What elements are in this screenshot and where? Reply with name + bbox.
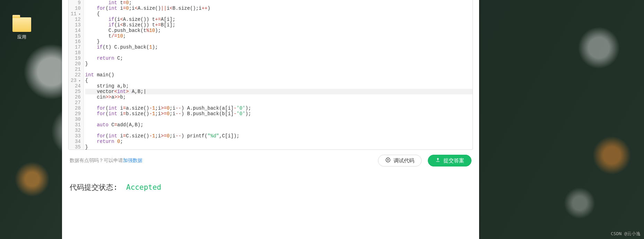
code-line[interactable]: auto C=add(A,B); — [85, 122, 473, 128]
code-line[interactable]: int main() — [85, 72, 473, 78]
desktop-folder-app[interactable]: 应用 — [10, 17, 34, 40]
code-line[interactable]: for(int i=0;i<A.size()||i<B.size();i++) — [85, 6, 473, 11]
line-number: 24 — [71, 83, 81, 89]
editor-footer-row: 数据有点弱吗？可以申请加强数据 调试代码 提交答案 — [62, 150, 479, 170]
line-number: 14 — [71, 28, 81, 33]
code-line[interactable]: string a,b; — [85, 83, 473, 89]
submission-status: 代码提交状态: Accepted — [62, 170, 479, 192]
line-number: 35 — [71, 144, 81, 150]
code-line[interactable] — [85, 128, 473, 133]
line-number: 31 — [71, 122, 81, 128]
code-line[interactable] — [85, 67, 473, 72]
line-number: 25 — [71, 89, 81, 94]
editor-gutter: 9101112131415161718192021222324252627282… — [69, 0, 84, 150]
code-line[interactable]: for(int i=a.size()-1;i>=0;i--) A.push_ba… — [85, 105, 473, 111]
action-buttons: 调试代码 提交答案 — [378, 155, 471, 167]
code-line[interactable]: } — [85, 144, 473, 150]
line-number: 27 — [71, 100, 81, 105]
code-line[interactable]: { — [85, 78, 473, 83]
code-line[interactable]: int t=0; — [85, 0, 473, 6]
weak-data-prefix: 数据有点弱吗？可以申请 — [70, 157, 123, 163]
submit-button[interactable]: 提交答案 — [428, 155, 471, 167]
line-number: 28 — [71, 105, 81, 111]
line-number: 22 — [71, 72, 81, 78]
debug-button-label: 调试代码 — [394, 157, 414, 164]
code-line[interactable]: if(t) C.push_back(1); — [85, 44, 473, 50]
code-line[interactable]: vector<int> A,B;| — [85, 89, 473, 94]
main-card: 9101112131415161718192021222324252627282… — [62, 0, 479, 239]
line-number: 11 — [71, 11, 81, 17]
line-number: 17 — [71, 44, 81, 50]
line-number: 13 — [71, 22, 81, 28]
code-line[interactable]: cin>>a>>b; — [85, 94, 473, 100]
code-line[interactable]: C.push_back(t%10); — [85, 28, 473, 33]
line-number: 12 — [71, 17, 81, 22]
line-number: 34 — [71, 139, 81, 144]
code-line[interactable]: t/=10; — [85, 33, 473, 39]
editor-code-area[interactable]: int t=0; for(int i=0;i<A.size()||i<B.siz… — [84, 0, 473, 150]
desktop-folder-label: 应用 — [10, 34, 34, 40]
line-number: 26 — [71, 94, 81, 100]
code-line[interactable]: for(int i=b.size()-1;i>=0;i--) B.push_ba… — [85, 111, 473, 117]
line-number: 10 — [71, 6, 81, 11]
code-line[interactable] — [85, 100, 473, 105]
code-line[interactable]: return 0; — [85, 139, 473, 144]
line-number: 30 — [71, 117, 81, 122]
weak-data-text: 数据有点弱吗？可以申请加强数据 — [70, 157, 142, 164]
status-value: Accepted — [126, 183, 161, 191]
line-number: 15 — [71, 33, 81, 39]
upload-icon — [435, 157, 441, 164]
line-number: 23 — [71, 78, 81, 83]
code-line[interactable] — [85, 117, 473, 122]
code-line[interactable] — [85, 50, 473, 56]
line-number: 33 — [71, 133, 81, 139]
line-number: 21 — [71, 67, 81, 72]
line-number: 32 — [71, 128, 81, 133]
line-number: 9 — [71, 0, 81, 6]
line-number: 18 — [71, 50, 81, 56]
code-editor[interactable]: 9101112131415161718192021222324252627282… — [68, 0, 473, 150]
code-line[interactable]: { — [85, 11, 473, 17]
line-number: 19 — [71, 56, 81, 61]
code-line[interactable]: } — [85, 61, 473, 67]
line-number: 16 — [71, 39, 81, 44]
line-number: 20 — [71, 61, 81, 67]
code-line[interactable]: for(int i=C.size()-1;i>=0;i--) printf("%… — [85, 133, 473, 139]
line-number: 29 — [71, 111, 81, 117]
play-circle-icon — [385, 157, 391, 164]
code-line[interactable]: if(i<A.size()) t+=A[i]; — [85, 17, 473, 22]
folder-icon — [12, 17, 31, 32]
strengthen-data-link[interactable]: 加强数据 — [123, 157, 142, 163]
submit-button-label: 提交答案 — [443, 157, 464, 164]
code-line[interactable]: } — [85, 39, 473, 44]
code-line[interactable]: return C; — [85, 56, 473, 61]
status-label: 代码提交状态: — [70, 183, 118, 191]
code-line[interactable]: if(i<B.size()) t+=B[i]; — [85, 22, 473, 28]
debug-button[interactable]: 调试代码 — [378, 155, 422, 167]
